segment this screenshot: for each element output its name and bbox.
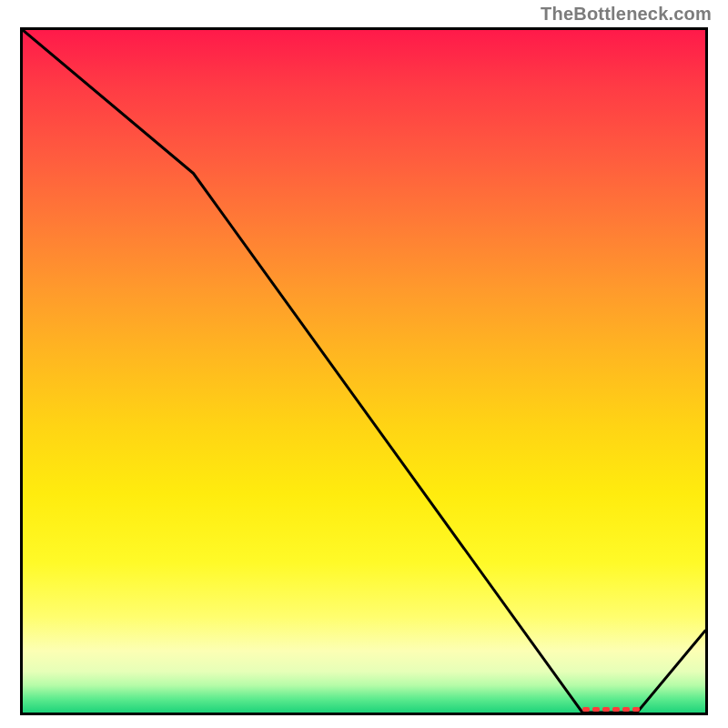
curve-svg [23,30,705,713]
attribution-text: TheBottleneck.com [541,4,712,25]
chart-container: TheBottleneck.com [0,0,728,728]
gradient-plot [20,27,708,715]
bottleneck-curve [23,30,705,713]
